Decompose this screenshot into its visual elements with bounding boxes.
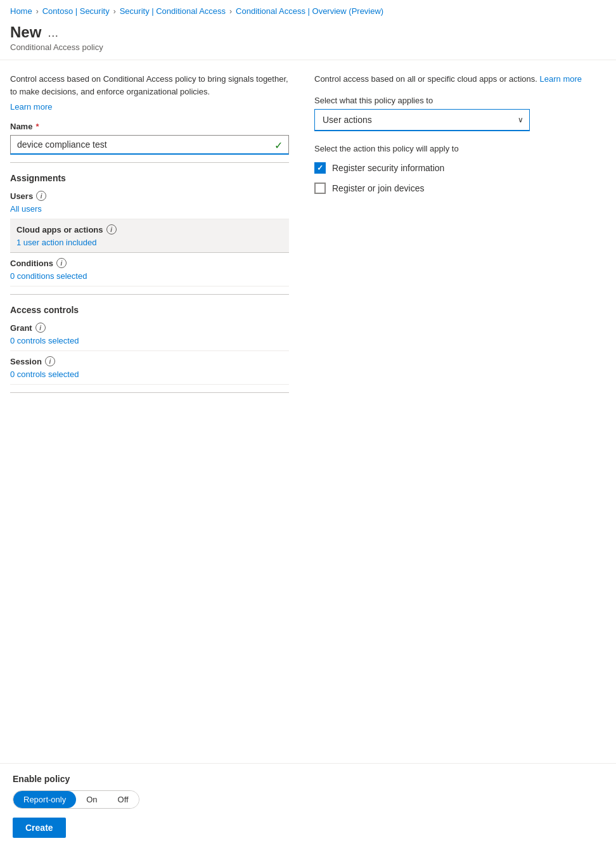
dropdown-value: User actions [323,115,372,125]
grant-value[interactable]: 0 controls selected [10,336,79,345]
required-star: * [35,122,39,131]
right-learn-more[interactable]: Learn more [540,74,582,84]
conditions-info-icon[interactable]: i [56,258,67,268]
checkbox-row-security: ✓ Register security information [314,162,606,174]
toggle-report-only[interactable]: Report-only [13,791,76,808]
enable-policy-label: Enable policy [13,774,603,784]
session-label: Session [10,357,42,366]
toggle-pill: Report-only On Off [13,790,139,809]
grant-row: Grant i 0 controls selected [10,318,289,351]
breadcrumb-sep-2: › [113,7,116,16]
checkbox-security-info[interactable]: ✓ [314,162,326,174]
cloud-apps-row[interactable]: Cloud apps or actions i 1 user action in… [10,219,289,253]
conditions-label: Conditions [10,259,53,268]
users-label: Users [10,191,33,201]
grant-label: Grant [10,323,32,333]
conditions-label-row: Conditions i [10,258,289,268]
right-description-text: Control access based on all or specific … [314,74,537,84]
main-content: Control access based on Conditional Acce… [0,60,616,411]
create-button[interactable]: Create [13,818,66,838]
breadcrumb-sep-3: › [229,7,232,16]
toggle-group: Report-only On Off [13,790,603,809]
bottom-spacer [0,411,616,487]
name-label-row: Name * [10,122,289,131]
conditions-row: Conditions i 0 conditions selected [10,253,289,286]
left-panel: Control access based on Conditional Acce… [10,73,289,398]
users-row: Users i All users [10,186,289,219]
cloud-apps-label: Cloud apps or actions [16,225,103,234]
checkbox-security-label: Register security information [332,163,444,173]
left-learn-more[interactable]: Learn more [10,102,52,112]
bottom-bar: Enable policy Report-only On Off Create [0,763,616,848]
name-input-wrapper: ✓ [10,135,289,155]
applies-to-dropdown[interactable]: User actions [314,109,530,131]
breadcrumb-sep-1: › [36,7,39,16]
session-value[interactable]: 0 controls selected [10,369,79,379]
toggle-on[interactable]: On [76,791,107,808]
access-controls-divider [10,294,289,295]
grant-label-row: Grant i [10,323,289,333]
assignments-heading: Assignments [10,168,289,186]
breadcrumb-ca-overview[interactable]: Conditional Access | Overview (Preview) [236,6,383,16]
users-label-row: Users i [10,191,289,201]
grant-info-icon[interactable]: i [35,323,46,333]
left-description: Control access based on Conditional Acce… [10,73,289,98]
assignments-divider [10,162,289,163]
checkbox-devices-label: Register or join devices [332,183,425,193]
users-value[interactable]: All users [10,204,42,214]
session-info-icon[interactable]: i [45,356,55,366]
right-panel: Control access based on all or specific … [314,73,606,203]
breadcrumb-home[interactable]: Home [10,6,32,16]
cloud-apps-info-icon[interactable]: i [106,224,117,234]
cloud-apps-label-row: Cloud apps or actions i [16,224,283,234]
checkmark-icon: ✓ [274,139,283,151]
page-title-ellipsis[interactable]: ... [48,25,58,40]
breadcrumb-contoso[interactable]: Contoso | Security [42,6,110,16]
page-title-row: New ... [10,23,606,41]
cloud-apps-value[interactable]: 1 user action included [16,238,96,247]
session-label-row: Session i [10,356,289,366]
checkbox-row-devices: Register or join devices [314,183,606,194]
breadcrumb-security-ca[interactable]: Security | Conditional Access [120,6,226,16]
name-input[interactable] [10,135,289,155]
dropdown-wrapper: User actions ∨ [314,109,530,131]
name-label: Name [10,122,32,131]
users-info-icon[interactable]: i [36,191,46,201]
checkbox-join-devices[interactable] [314,183,326,194]
page-header: New ... Conditional Access policy [0,21,616,60]
toggle-off[interactable]: Off [108,791,139,808]
checkmark-security: ✓ [317,164,323,172]
applies-label: Select what this policy applies to [314,96,606,105]
bottom-divider [10,392,289,393]
session-row: Session i 0 controls selected [10,351,289,385]
breadcrumb: Home › Contoso | Security › Security | C… [0,0,616,21]
right-description: Control access based on all or specific … [314,73,606,86]
action-label: Select the action this policy will apply… [314,144,606,153]
page-subtitle: Conditional Access policy [10,42,606,52]
conditions-value[interactable]: 0 conditions selected [10,271,87,281]
page-title-text: New [10,23,41,41]
access-controls-heading: Access controls [10,300,289,318]
